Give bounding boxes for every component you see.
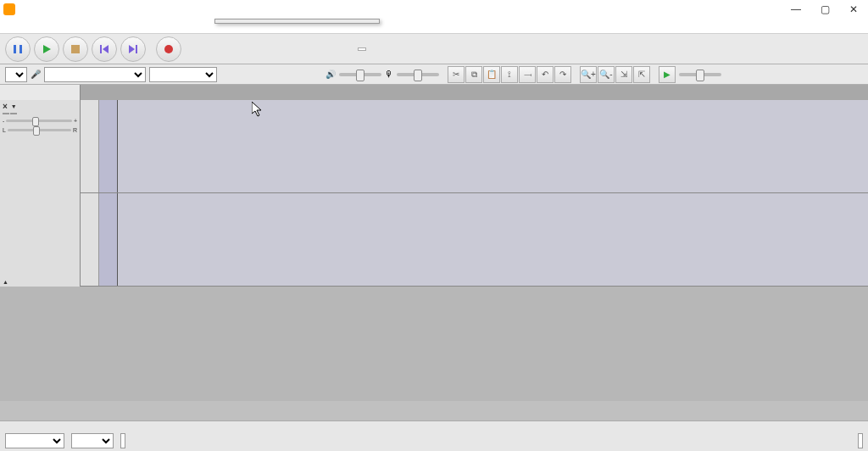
play-at-speed-toolbar: ▶ <box>659 66 676 83</box>
trim-button[interactable]: ⟟ <box>501 66 518 83</box>
mic-icon: 🎤 <box>31 70 41 79</box>
input-device-select[interactable] <box>44 67 146 82</box>
record-button[interactable] <box>156 36 181 62</box>
monitoring-label[interactable] <box>358 47 366 51</box>
track-close-icon[interactable]: × <box>3 102 8 111</box>
play-button[interactable] <box>34 36 59 62</box>
playback-speed-slider[interactable] <box>679 73 721 76</box>
channel-left[interactable] <box>81 100 868 193</box>
skip-start-button[interactable] <box>92 36 117 62</box>
input-volume-slider[interactable] <box>397 73 439 76</box>
skip-end-button[interactable] <box>120 36 146 62</box>
track-header[interactable]: × ▼ -+ LR ▲ <box>0 100 81 287</box>
timeline-ruler[interactable] <box>0 85 868 100</box>
fit-selection-button[interactable]: ⇲ <box>615 66 632 83</box>
device-toolbar: 🎤 🔊 🎙 ✂ ⧉ 📋 ⟟ ⟞ ↶ ↷ 🔍+ 🔍- ⇲ ⇱ ▶ <box>0 64 868 85</box>
effect-menu <box>214 19 380 24</box>
mute-button[interactable] <box>3 113 9 114</box>
menu-bar <box>0 19 868 34</box>
snap-to-select[interactable] <box>71 433 114 448</box>
selection-toolbar <box>0 420 868 451</box>
speaker-icon: 🔊 <box>326 70 336 79</box>
title-bar <box>0 0 868 19</box>
svg-rect-0 <box>14 45 16 53</box>
stop-button[interactable] <box>63 36 88 62</box>
audio-host-select[interactable] <box>5 67 27 82</box>
zoom-in-button[interactable]: 🔍+ <box>580 66 597 83</box>
svg-rect-7 <box>136 45 137 53</box>
zoom-toolbar: 🔍+ 🔍- ⇲ ⇱ <box>580 66 650 83</box>
selection-end-label <box>858 424 863 432</box>
cut-button[interactable]: ✂ <box>448 66 465 83</box>
minimize-button[interactable]: — <box>782 0 810 19</box>
svg-marker-5 <box>103 45 108 53</box>
solo-button[interactable] <box>10 113 17 114</box>
svg-marker-2 <box>43 45 51 53</box>
zoom-out-button[interactable]: 🔍- <box>598 66 615 83</box>
pan-slider[interactable] <box>8 129 71 131</box>
db-meter <box>370 43 863 55</box>
waveform-right[interactable] <box>99 193 868 286</box>
silence-button[interactable]: ⟞ <box>519 66 536 83</box>
amplitude-scale <box>81 100 99 192</box>
svg-rect-4 <box>100 45 102 53</box>
svg-rect-3 <box>71 45 80 53</box>
app-icon <box>3 3 15 15</box>
edit-toolbar: ✂ ⧉ 📋 ⟟ ⟞ ↶ ↷ <box>448 66 571 83</box>
track-menu-icon[interactable]: ▼ <box>11 103 17 109</box>
gain-slider[interactable] <box>6 120 72 122</box>
svg-marker-6 <box>129 45 135 53</box>
redo-button[interactable]: ↷ <box>554 66 571 83</box>
empty-track-area[interactable] <box>0 287 868 401</box>
svg-point-8 <box>164 45 173 53</box>
svg-rect-1 <box>19 45 22 53</box>
track-area: × ▼ -+ LR ▲ <box>0 100 868 287</box>
paste-button[interactable]: 📋 <box>483 66 500 83</box>
play-at-speed-button[interactable]: ▶ <box>659 66 676 83</box>
output-volume-slider[interactable] <box>339 73 381 76</box>
close-button[interactable]: ✕ <box>839 0 868 19</box>
selection-start-field[interactable] <box>120 433 125 448</box>
transport-toolbar <box>0 34 868 64</box>
fit-project-button[interactable]: ⇱ <box>633 66 650 83</box>
maximize-button[interactable]: ▢ <box>810 0 839 19</box>
channel-right[interactable] <box>81 193 868 287</box>
mic-vol-icon: 🎙 <box>385 70 393 79</box>
channels-select[interactable] <box>149 67 217 82</box>
undo-button[interactable]: ↶ <box>537 66 554 83</box>
selection-length-field[interactable] <box>858 433 863 448</box>
project-rate-select[interactable] <box>5 433 64 448</box>
amplitude-scale <box>81 193 99 286</box>
copy-button[interactable]: ⧉ <box>465 66 482 83</box>
collapse-icon[interactable]: ▲ <box>3 279 8 285</box>
waveform-left[interactable] <box>99 100 868 192</box>
pause-button[interactable] <box>5 36 31 62</box>
